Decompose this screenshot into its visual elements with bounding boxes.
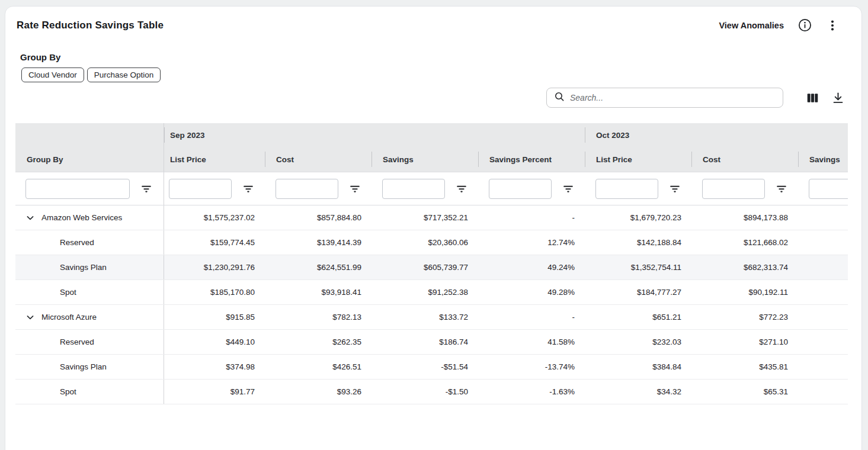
cell-cost-6: $90,192.11 [691, 280, 798, 304]
row-label: Savings Plan [60, 263, 107, 272]
chip-cloud-vendor[interactable]: Cloud Vendor [21, 68, 84, 82]
column-header-group-by-0[interactable]: Group By [15, 147, 164, 172]
column-header-list-price-1[interactable]: List Price [164, 147, 265, 172]
filter-row [15, 172, 848, 205]
table-row-spot: Spot$185,170.80$93,918.41$91,252.3849.28… [15, 280, 848, 305]
row-label: Reserved [60, 338, 94, 346]
cell-cost-6: $772.23 [691, 305, 798, 329]
filter-input-savings-7[interactable] [809, 179, 848, 199]
cell-cost-6: $65.31 [691, 380, 798, 404]
cell-cost-2: $262.35 [265, 330, 371, 354]
info-icon[interactable] [798, 18, 812, 32]
row-label-cell: Reserved [15, 330, 164, 354]
row-label: Amazon Web Services [41, 213, 122, 222]
search-input[interactable] [570, 93, 776, 102]
filter-icon[interactable] [243, 184, 254, 194]
chevron-down-icon[interactable] [25, 213, 35, 223]
column-header-cost-6[interactable]: Cost [691, 147, 798, 172]
cell-cost-6: $435.81 [691, 355, 798, 379]
filter-icon[interactable] [350, 184, 360, 194]
cell-savings-7 [798, 255, 848, 279]
cell-savings-3: -$51.54 [371, 355, 478, 379]
filter-cell-cost-6 [691, 172, 798, 205]
cell-savings-percent-4: 49.24% [478, 255, 585, 279]
cell-savings-3: $186.74 [371, 330, 478, 354]
view-columns-icon[interactable] [806, 91, 819, 105]
chip-purchase-option[interactable]: Purchase Option [87, 68, 161, 82]
cell-list-price-5: $184,777.27 [585, 280, 691, 304]
table-body: Amazon Web Services$1,575,237.02$857,884… [15, 205, 848, 404]
cell-savings-percent-4: 12.74% [478, 230, 585, 255]
cell-savings-7 [798, 280, 848, 304]
search-box [546, 88, 783, 108]
table-row-amazon-web-services: Amazon Web Services$1,575,237.02$857,884… [15, 205, 848, 230]
row-label-cell[interactable]: Amazon Web Services [15, 205, 164, 230]
filter-cell-cost-2 [265, 172, 371, 205]
chevron-down-icon[interactable] [25, 313, 35, 322]
cell-list-price-1: $1,575,237.02 [164, 205, 265, 230]
filter-input-savings-percent-4[interactable] [489, 179, 552, 199]
cell-savings-percent-4: 49.28% [478, 280, 585, 304]
cell-savings-7 [798, 205, 848, 230]
filter-input-cost-2[interactable] [276, 179, 338, 199]
header-actions: View Anomalies [719, 18, 839, 32]
filter-cell-savings-3 [371, 172, 478, 205]
row-label: Spot [60, 288, 76, 297]
download-icon[interactable] [831, 91, 845, 105]
cell-savings-7 [798, 380, 848, 404]
cell-savings-3: $605,739.77 [371, 255, 478, 279]
filter-icon[interactable] [456, 184, 467, 194]
cell-list-price-5: $142,188.84 [585, 230, 691, 255]
filter-input-cost-6[interactable] [702, 179, 765, 199]
row-label: Microsoft Azure [41, 313, 97, 322]
filter-icon[interactable] [670, 184, 680, 194]
cell-savings-3: $133.72 [371, 305, 478, 329]
column-group-oct-2023: Oct 2023 [585, 123, 848, 147]
kebab-menu-icon[interactable] [826, 19, 839, 32]
group-by-chips: Cloud Vendor Purchase Option [21, 68, 861, 82]
cell-list-price-1: $915.85 [164, 305, 265, 329]
filter-cell-group-by-0 [15, 172, 164, 205]
cell-cost-2: $624,551.99 [265, 255, 371, 279]
table-row-reserved: Reserved$159,774.45$139,414.39$20,360.06… [15, 230, 848, 255]
table-header: Sep 2023Oct 2023 Group ByList PriceCostS… [15, 123, 848, 172]
cell-cost-2: $857,884.80 [265, 205, 371, 230]
filter-input-list-price-1[interactable] [169, 179, 232, 199]
cell-list-price-1: $185,170.80 [164, 280, 265, 304]
cell-list-price-1: $374.98 [164, 355, 265, 379]
cell-savings-7 [798, 230, 848, 255]
cell-cost-2: $139,414.39 [265, 230, 371, 255]
column-header-savings-percent-4[interactable]: Savings Percent [478, 147, 585, 172]
page-title: Rate Reduction Savings Table [17, 20, 164, 31]
filter-input-group-by-0[interactable] [25, 179, 130, 199]
cell-cost-6: $121,668.02 [691, 230, 798, 255]
cell-list-price-1: $1,230,291.76 [164, 255, 265, 279]
row-label: Reserved [60, 238, 94, 247]
filter-input-savings-3[interactable] [382, 179, 445, 199]
filter-icon[interactable] [141, 184, 152, 194]
cell-list-price-5: $1,352,754.11 [585, 255, 691, 279]
cell-savings-7 [798, 305, 848, 329]
cell-savings-3: $717,352.21 [371, 205, 478, 230]
table-row-microsoft-azure: Microsoft Azure$915.85$782.13$133.72-$65… [15, 305, 848, 330]
column-header-row: Group ByList PriceCostSavingsSavings Per… [15, 147, 848, 172]
cell-list-price-5: $232.03 [585, 330, 691, 354]
cell-savings-percent-4: - [478, 305, 585, 329]
table-row-savings-plan: Savings Plan$374.98$426.51-$51.54-13.74%… [15, 355, 848, 380]
filter-icon[interactable] [563, 184, 574, 194]
column-header-cost-2[interactable]: Cost [265, 147, 371, 172]
view-anomalies-button[interactable]: View Anomalies [719, 21, 784, 30]
cell-cost-2: $93,918.41 [265, 280, 371, 304]
row-label-cell: Spot [15, 380, 164, 404]
column-header-list-price-5[interactable]: List Price [585, 147, 691, 172]
cell-list-price-5: $651.21 [585, 305, 691, 329]
filter-icon[interactable] [776, 184, 787, 194]
column-header-savings-7[interactable]: Savings [798, 147, 848, 172]
cell-cost-6: $894,173.88 [691, 205, 798, 230]
row-label-cell: Spot [15, 280, 164, 304]
row-label-cell[interactable]: Microsoft Azure [15, 305, 164, 329]
widget-card: Rate Reduction Savings Table View Anomal… [5, 6, 862, 450]
filter-input-list-price-5[interactable] [595, 179, 658, 199]
column-header-savings-3[interactable]: Savings [371, 147, 478, 172]
cell-savings-percent-4: 41.58% [478, 330, 585, 354]
